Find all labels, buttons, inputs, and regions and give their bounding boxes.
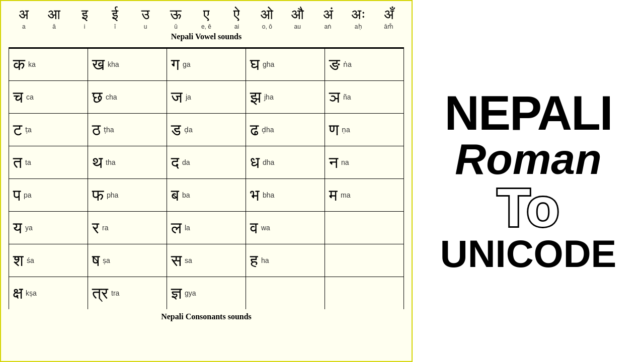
consonant-cell: गga <box>167 48 246 80</box>
vowel-devanagari: अं <box>323 6 333 23</box>
consonant-cell: शśa <box>9 244 88 277</box>
consonant-devanagari: ब <box>171 187 179 203</box>
consonant-devanagari: ह <box>250 252 258 268</box>
vowel-devanagari: अ <box>19 6 29 23</box>
consonant-section-title: Nepali Consonants sounds <box>161 312 252 321</box>
vowel-item: अःaḥ <box>345 6 372 30</box>
consonant-devanagari: व <box>250 220 258 236</box>
consonant-cell <box>246 277 325 309</box>
consonant-devanagari: म <box>329 187 338 203</box>
consonant-devanagari: भ <box>250 187 260 203</box>
consonant-cell: छcha <box>88 80 167 113</box>
consonant-devanagari: ज <box>171 89 183 105</box>
consonant-cell: यya <box>9 211 88 244</box>
consonant-cell: सsa <box>167 244 246 277</box>
consonant-devanagari: य <box>13 220 22 236</box>
consonant-roman: pa <box>24 191 32 199</box>
consonant-roman: na <box>341 158 349 166</box>
consonant-roman: bha <box>263 191 274 199</box>
table-row: चcaछchaजjaझjhaञña <box>9 80 404 113</box>
vowel-devanagari: उ <box>141 6 149 23</box>
consonant-devanagari: ण <box>329 122 339 138</box>
vowel-roman: e, ē <box>201 23 211 30</box>
table-row: पpaफphaबbaभbhaमma <box>9 178 404 211</box>
consonant-devanagari: फ <box>92 187 104 203</box>
consonant-cell: क्षkṣa <box>9 277 88 309</box>
consonant-cell: बba <box>167 178 246 211</box>
consonant-cell: टṭa <box>9 113 88 146</box>
vowel-devanagari: आ <box>48 6 60 23</box>
vowel-section: अaआāइiईīउuऊūएe, ēऐaiओo, ōऔauअंaṅअःaḥअँām… <box>9 6 404 44</box>
consonant-devanagari: क्ष <box>13 285 23 301</box>
consonant-roman: dha <box>263 158 274 166</box>
vowel-devanagari: अः <box>351 6 366 23</box>
consonant-devanagari: घ <box>250 56 260 72</box>
vowel-roman: au <box>294 23 301 30</box>
consonant-cell <box>325 277 404 309</box>
consonant-roman: sa <box>185 256 192 264</box>
consonant-devanagari: ट <box>13 122 22 138</box>
consonant-cell: ढḍha <box>246 113 325 146</box>
consonant-roman: ja <box>186 93 191 101</box>
consonant-roman: wa <box>261 224 270 232</box>
consonant-cell: मma <box>325 178 404 211</box>
consonant-roman: ḍha <box>262 126 274 134</box>
consonant-devanagari: त <box>13 154 22 170</box>
consonant-devanagari: छ <box>92 89 103 105</box>
consonant-devanagari: र <box>92 220 99 236</box>
vowel-devanagari: ए <box>203 6 209 23</box>
consonant-roman: ga <box>183 60 191 68</box>
vowel-devanagari: अँ <box>384 6 394 23</box>
consonant-devanagari: ख <box>92 56 105 72</box>
consonant-roman: ya <box>25 224 33 232</box>
consonant-devanagari: ल <box>171 220 182 236</box>
consonant-devanagari: द <box>171 154 179 170</box>
table-row: टṭaठṭhaडḍaढḍhaणṇa <box>9 113 404 146</box>
consonant-roman: da <box>182 158 190 166</box>
consonant-devanagari: ढ <box>250 122 259 138</box>
consonant-cell: हha <box>246 244 325 277</box>
consonant-cell: ङṅa <box>325 48 404 80</box>
vowel-roman: ai <box>234 23 239 30</box>
vowel-item: आā <box>40 6 68 30</box>
consonant-devanagari: थ <box>92 154 103 170</box>
consonant-devanagari: त्र <box>92 285 108 301</box>
vowel-item: उu <box>132 6 159 30</box>
consonant-cell <box>325 244 404 277</box>
consonant-roman: ha <box>261 256 269 264</box>
consonant-devanagari: न <box>329 154 338 170</box>
consonant-devanagari: ड <box>171 122 181 138</box>
consonant-cell: नna <box>325 146 404 178</box>
consonant-roman: ṭha <box>104 126 114 134</box>
consonant-cell: चca <box>9 80 88 113</box>
consonant-table: कkaखkhaगgaघghaङṅaचcaछchaजjaझjhaञñaटṭaठṭh… <box>9 47 404 310</box>
consonant-roman: la <box>185 224 190 232</box>
table-row: शśaषṣaसsaहha <box>9 244 404 277</box>
right-panel: NEPALI Roman To UNICODE <box>413 0 644 362</box>
consonant-roman: ra <box>102 224 108 232</box>
consonant-roman: pha <box>107 191 118 199</box>
consonant-roman: tha <box>106 158 115 166</box>
consonant-roman: śa <box>27 256 34 264</box>
vowel-item: औau <box>284 6 311 30</box>
consonant-roman: jha <box>264 93 274 101</box>
consonant-roman: ṇa <box>342 126 350 134</box>
consonant-cell: षṣa <box>88 244 167 277</box>
vowel-roman: i <box>84 23 86 30</box>
consonant-roman: ba <box>182 191 190 199</box>
vowel-item: इi <box>71 6 99 30</box>
consonant-cell: फpha <box>88 178 167 211</box>
consonant-cell: वwa <box>246 211 325 244</box>
consonant-devanagari: प <box>13 187 21 203</box>
consonant-devanagari: ध <box>250 154 260 170</box>
consonant-roman: ṣa <box>103 256 110 264</box>
consonant-roman: gha <box>263 60 274 68</box>
consonant-cell: डḍa <box>167 113 246 146</box>
vowel-roman: a <box>22 23 26 30</box>
table-row: यyaरraलlaवwa <box>9 211 404 244</box>
table-row: तtaथthaदdaधdhaनna <box>9 146 404 178</box>
vowel-item: अँām̐ <box>375 6 403 30</box>
vowel-item: एe, ē <box>192 6 220 30</box>
consonant-devanagari: ठ <box>92 122 101 138</box>
vowel-devanagari: ऊ <box>170 6 182 23</box>
